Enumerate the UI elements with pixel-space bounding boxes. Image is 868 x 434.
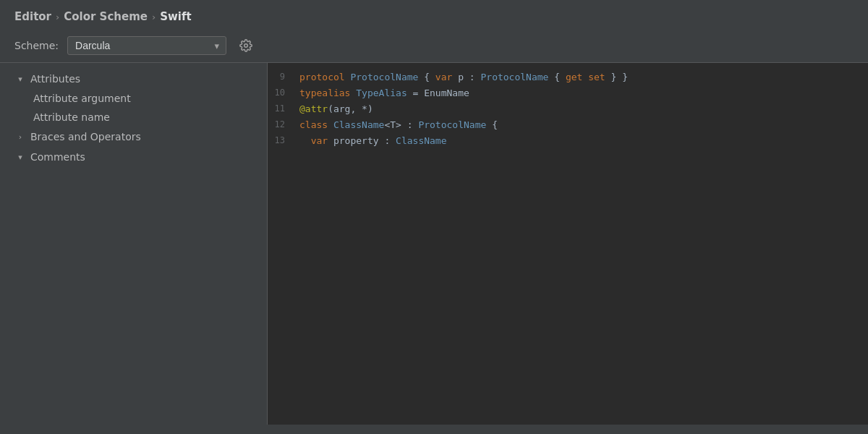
code-content: @attr(arg, *): [297, 103, 373, 114]
code-token: [390, 135, 396, 146]
code-token: var: [311, 135, 328, 146]
code-token: property: [328, 135, 384, 146]
scheme-row: Scheme: DarculaIntelliJ LightHigh Contra…: [0, 30, 868, 63]
tree-toggle-braces: [14, 131, 26, 142]
code-token: TypeAlias: [356, 88, 407, 98]
code-token: ProtocolName: [480, 72, 548, 82]
scheme-label: Scheme:: [14, 40, 59, 51]
tree-item-comments[interactable]: Comments: [0, 147, 267, 167]
code-token: } }: [605, 72, 628, 82]
code-token: <T>: [384, 119, 401, 130]
code-token: {: [418, 72, 435, 82]
code-token: [413, 119, 419, 130]
code-token: set: [588, 72, 605, 82]
code-token: p: [452, 72, 469, 82]
tree-label-comments: Comments: [30, 151, 85, 163]
code-token: :: [469, 72, 475, 82]
tree-child-attribute-name[interactable]: Attribute name: [0, 108, 267, 127]
code-token: [350, 88, 356, 98]
code-line: 12class ClassName<T> : ProtocolName {: [268, 116, 868, 132]
code-token: [345, 72, 351, 82]
code-token: ProtocolName: [418, 119, 486, 130]
code-lines: 9protocol ProtocolName { var p : Protoco…: [268, 63, 868, 154]
code-token: var: [435, 72, 452, 82]
tree-child-attribute-argument[interactable]: Attribute argument: [0, 89, 267, 108]
breadcrumb: Editor › Color Scheme › Swift: [0, 0, 868, 30]
code-token: [328, 119, 333, 130]
code-content: typealias TypeAlias = EnumName: [297, 88, 469, 98]
tree-label-attributes: Attributes: [30, 73, 80, 85]
line-number: 12: [268, 119, 297, 129]
tree-toggle-attributes: [14, 73, 26, 85]
breadcrumb-color-scheme[interactable]: Color Scheme: [64, 10, 148, 23]
code-token: [582, 72, 588, 82]
code-token: [299, 135, 311, 146]
code-line: 11@attr(arg, *): [268, 101, 868, 116]
line-number: 11: [268, 103, 297, 114]
main-content: Attributes Attribute argument Attribute …: [0, 63, 868, 425]
code-token: typealias: [299, 88, 350, 98]
code-content: class ClassName<T> : ProtocolName {: [297, 119, 498, 130]
code-line: 10typealias TypeAlias = EnumName: [268, 85, 868, 101]
code-token: = EnumName: [407, 88, 469, 98]
code-token: ): [367, 103, 373, 114]
breadcrumb-sep-2: ›: [152, 12, 156, 22]
code-token: get: [566, 72, 582, 82]
code-token: protocol: [299, 72, 345, 82]
code-token: class: [299, 119, 328, 130]
tree-panel: Attributes Attribute argument Attribute …: [0, 63, 268, 425]
scheme-select[interactable]: DarculaIntelliJ LightHigh ContrastMonoka…: [67, 36, 226, 55]
code-token: arg, *: [333, 103, 367, 114]
code-token: [475, 72, 481, 82]
code-token: {: [548, 72, 565, 82]
code-token: [401, 119, 407, 130]
breadcrumb-editor[interactable]: Editor: [14, 10, 51, 23]
tree-label-braces: Braces and Operators: [30, 131, 141, 142]
tree-item-braces[interactable]: Braces and Operators: [0, 127, 267, 147]
code-token: @attr: [299, 103, 328, 114]
code-panel: 9protocol ProtocolName { var p : Protoco…: [268, 63, 868, 425]
gear-button[interactable]: [235, 38, 257, 54]
line-number: 9: [268, 72, 297, 82]
line-number: 10: [268, 88, 297, 98]
tree-child-label-attribute-argument: Attribute argument: [33, 93, 131, 104]
code-token: ClassName: [396, 135, 446, 146]
breadcrumb-sep-1: ›: [56, 12, 59, 22]
gear-icon: [239, 39, 252, 52]
code-content: var property : ClassName: [297, 135, 447, 146]
code-token: :: [407, 119, 413, 130]
code-line: 13 var property : ClassName: [268, 132, 868, 148]
code-token: :: [384, 135, 390, 146]
tree-child-label-attribute-name: Attribute name: [33, 111, 110, 123]
code-line: 9protocol ProtocolName { var p : Protoco…: [268, 69, 868, 85]
tree-item-attributes[interactable]: Attributes: [0, 69, 267, 89]
svg-point-0: [244, 44, 248, 48]
code-token: ClassName: [333, 119, 384, 130]
code-token: ProtocolName: [350, 72, 418, 82]
breadcrumb-swift: Swift: [160, 10, 192, 23]
line-number: 13: [268, 135, 297, 145]
code-content: protocol ProtocolName { var p : Protocol…: [297, 72, 628, 82]
tree-toggle-comments: [14, 151, 26, 163]
code-token: {: [486, 119, 498, 130]
code-token: (: [328, 103, 333, 114]
scheme-select-wrapper: DarculaIntelliJ LightHigh ContrastMonoka…: [67, 36, 226, 55]
